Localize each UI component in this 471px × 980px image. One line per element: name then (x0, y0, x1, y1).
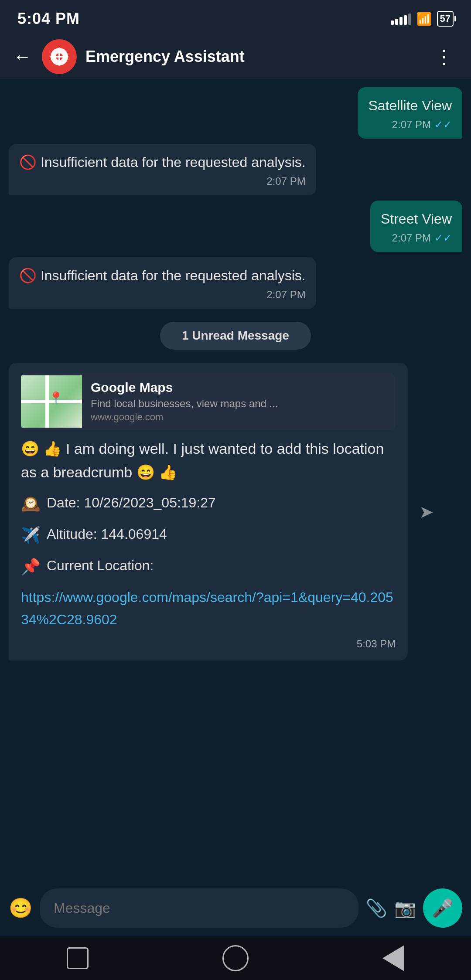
message-text: Satellite View (368, 95, 452, 116)
message-row: 🚫 Insufficient data for the requested an… (9, 144, 462, 195)
header-info: Emergency Assistant (85, 48, 430, 66)
message-text: 🚫 Insufficient data for the requested an… (19, 265, 306, 286)
message-meta: 2:07 PM (19, 289, 306, 301)
message-time: 5:03 PM (357, 638, 396, 650)
svg-rect-4 (58, 48, 60, 66)
signal-bar-1 (391, 20, 394, 25)
check-marks: ✓✓ (434, 232, 452, 244)
wifi-icon: 📶 (416, 12, 432, 26)
message-row: 📍 Google Maps Find local businesses, vie… (9, 363, 462, 660)
message-intro: 😄 👍 I am doing well. I just wanted to ad… (21, 437, 396, 484)
maps-title: Google Maps (91, 380, 387, 395)
map-background: 📍 (21, 375, 82, 428)
message-input[interactable] (40, 888, 358, 928)
nav-square-button[interactable] (67, 947, 89, 969)
message-row: 🚫 Insufficient data for the requested an… (9, 257, 462, 309)
message-bubble: 🚫 Insufficient data for the requested an… (9, 144, 316, 195)
check-marks: ✓✓ (434, 119, 452, 131)
status-bar: 5:04 PM 📶 57 (0, 0, 471, 35)
message-bubble: Satellite View 2:07 PM ✓✓ (358, 87, 462, 139)
unread-divider: 1 Unread Message (9, 322, 462, 350)
header-name: Emergency Assistant (85, 48, 430, 66)
message-text: 🚫 Insufficient data for the requested an… (19, 152, 306, 173)
message-meta: 5:03 PM (21, 638, 396, 650)
input-bar: 😊 📎 📷 🎤 (0, 880, 471, 936)
nav-circle-button[interactable] (222, 945, 249, 971)
attach-button[interactable]: 📎 (365, 898, 387, 919)
message-row: Satellite View 2:07 PM ✓✓ (9, 87, 462, 139)
message-time: 2:07 PM (266, 289, 305, 301)
status-icons: 📶 57 (391, 11, 454, 27)
camera-button[interactable]: 📷 (394, 898, 416, 919)
message-time: 2:07 PM (392, 232, 431, 244)
location-link-container[interactable]: https://www.google.com/maps/search/?api=… (21, 586, 396, 631)
more-menu-button[interactable]: ⋮ (430, 45, 458, 68)
plane-emoji: ✈️ (21, 524, 41, 547)
message-row: Street View 2:07 PM ✓✓ (9, 201, 462, 252)
back-button[interactable]: ← (13, 46, 31, 67)
clock-emoji: 🕰️ (21, 492, 41, 516)
nav-back-button[interactable] (382, 945, 404, 971)
signal-bar-3 (399, 17, 403, 25)
message-meta: 2:07 PM ✓✓ (381, 232, 452, 244)
detail-location-label: Current Location: (47, 555, 154, 576)
emoji-button[interactable]: 😊 (9, 897, 33, 919)
chat-header: ← Emergency Assistant ⋮ (0, 35, 471, 78)
detail-date-text: Date: 10/26/2023_05:19:27 (47, 492, 216, 513)
maps-description: Find local businesses, view maps and ... (91, 398, 387, 410)
maps-info: Google Maps Find local businesses, view … (82, 373, 396, 430)
message-time: 2:07 PM (266, 175, 305, 187)
forward-button[interactable]: ➤ (419, 502, 434, 522)
signal-bar-4 (404, 15, 407, 25)
detail-date-row: 🕰️ Date: 10/26/2023_05:19:27 (21, 492, 396, 516)
mic-button[interactable]: 🎤 (423, 888, 462, 928)
maps-card[interactable]: 📍 Google Maps Find local businesses, vie… (21, 373, 396, 430)
message-time: 2:07 PM (392, 119, 431, 131)
message-text: Street View (381, 208, 452, 229)
signal-bars (391, 13, 411, 25)
detail-altitude-text: Altitude: 144.06914 (47, 524, 167, 544)
signal-bar-5 (408, 14, 411, 25)
signal-bar-2 (395, 19, 398, 25)
message-meta: 2:07 PM (19, 175, 306, 187)
detail-location-row: 📌 Current Location: (21, 555, 396, 578)
maps-thumbnail: 📍 (21, 375, 82, 428)
maps-url: www.google.com (91, 412, 387, 423)
unread-badge: 1 Unread Message (160, 322, 311, 350)
message-bubble: Street View 2:07 PM ✓✓ (370, 201, 462, 252)
message-bubble: 🚫 Insufficient data for the requested an… (9, 257, 316, 309)
detail-altitude-row: ✈️ Altitude: 144.06914 (21, 524, 396, 547)
avatar (42, 39, 77, 74)
nav-bar (0, 936, 471, 980)
status-time: 5:04 PM (17, 10, 80, 28)
map-pin: 📍 (48, 391, 64, 405)
mic-icon: 🎤 (432, 898, 454, 919)
message-bubble-long: 📍 Google Maps Find local businesses, vie… (9, 363, 408, 660)
battery-icon: 57 (437, 11, 454, 27)
message-meta: 2:07 PM ✓✓ (368, 119, 452, 131)
location-link[interactable]: https://www.google.com/maps/search/?api=… (21, 589, 393, 627)
chat-area: Satellite View 2:07 PM ✓✓ 🚫 Insufficient… (0, 78, 471, 923)
pin-emoji: 📌 (21, 555, 41, 578)
